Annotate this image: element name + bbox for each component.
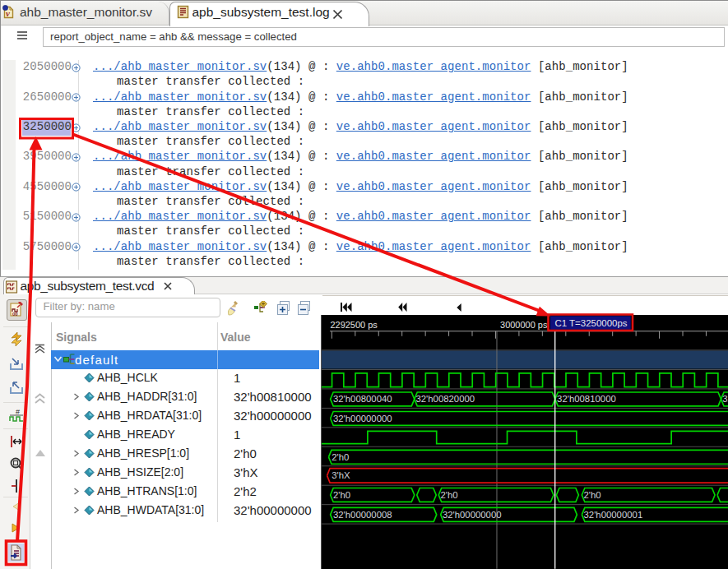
svg-text:32'h00000001: 32'h00000001 [584,510,643,520]
svg-text:#: # [16,408,20,416]
svg-text:32'h00800040: 32'h00800040 [333,394,392,404]
svg-text:32'h00810000: 32'h00810000 [722,394,728,404]
svg-text:2'h0: 2'h0 [584,490,601,500]
svg-text:2292500 ps: 2292500 ps [330,320,378,330]
svg-text:32'h00810000: 32'h00810000 [557,394,616,404]
svg-text:32'h00000000: 32'h00000000 [443,510,502,520]
svg-text:32'h00820000: 32'h00820000 [415,394,475,404]
svg-text:2'h0: 2'h0 [440,490,457,500]
svg-text:32'h00000008: 32'h00000008 [333,510,392,520]
svg-text:2'h0: 2'h0 [332,452,349,462]
svg-text:2'h0: 2'h0 [333,490,350,500]
svg-text:00: 00 [12,312,18,317]
svg-text:3000000 ps: 3000000 ps [500,320,548,330]
svg-text:3'hX: 3'hX [332,470,350,480]
svg-text:C1 T=3250000ps: C1 T=3250000ps [554,318,627,328]
svg-text:32'h00000000: 32'h00000000 [333,414,392,423]
